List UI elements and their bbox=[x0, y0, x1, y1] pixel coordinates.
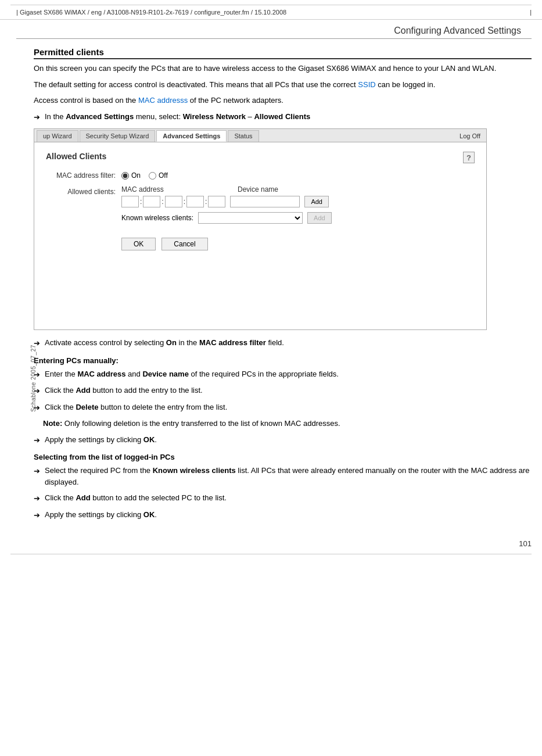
mac-filter-bold: MAC address filter bbox=[199, 338, 266, 347]
paragraph-3: Access control is based on the MAC addre… bbox=[34, 95, 532, 106]
ok-bold-2: OK bbox=[143, 510, 155, 519]
add-bold-2: Add bbox=[76, 493, 90, 502]
ssid-link[interactable]: SSID bbox=[358, 80, 375, 89]
known-clients-bold: Known wireless clients bbox=[153, 466, 236, 475]
mac-address-col-header: MAC address bbox=[121, 185, 226, 194]
allowed-clients-bold: Allowed Clients bbox=[254, 112, 310, 121]
tab-security-setup-wizard[interactable]: Security Setup Wizard bbox=[80, 130, 156, 142]
logoff-link[interactable]: Log Off bbox=[456, 131, 484, 141]
separator: | bbox=[530, 9, 532, 16]
device-name-bold: Device name bbox=[142, 370, 189, 378]
select-known-instruction: ➔ Select the required PC from the Known … bbox=[34, 465, 532, 488]
allowed-clients-row: Allowed clients: MAC address Device name… bbox=[46, 185, 475, 232]
tab-status[interactable]: Status bbox=[228, 130, 259, 142]
tab-advanced-settings[interactable]: Advanced Settings bbox=[156, 130, 227, 142]
device-name-field[interactable] bbox=[230, 196, 300, 207]
delete-bold: Delete bbox=[76, 403, 98, 411]
help-icon[interactable]: ? bbox=[463, 152, 475, 163]
mac-field-5[interactable] bbox=[208, 196, 225, 207]
radio-off-input[interactable] bbox=[149, 172, 156, 180]
note-text: Note: Only following deletion is the ent… bbox=[43, 418, 532, 429]
allowed-clients-header: Allowed Clients ? bbox=[46, 152, 475, 163]
advanced-settings-bold: Advanced Settings bbox=[66, 112, 134, 121]
paragraph-2: The default setting for access control i… bbox=[34, 79, 532, 91]
enter-mac-instruction: ➔ Enter the MAC address and Device name … bbox=[34, 368, 532, 381]
arrow-icon-7: ➔ bbox=[34, 465, 40, 477]
page-title: Configuring Advanced Settings bbox=[16, 20, 532, 39]
entering-pcs-title: Entering PCs manually: bbox=[34, 356, 532, 365]
selecting-pcs-title: Selecting from the list of logged-in PCs bbox=[34, 453, 532, 461]
ok-bold-1: OK bbox=[143, 435, 155, 444]
known-clients-row: Known wireless clients: Add bbox=[46, 212, 332, 224]
add-button-2[interactable]: Add bbox=[307, 212, 332, 224]
radio-on-input[interactable] bbox=[121, 172, 129, 180]
empty-space bbox=[46, 250, 475, 320]
radio-on-text: On bbox=[131, 171, 141, 180]
apply-ok-instruction-1: ➔ Apply the settings by clicking OK. bbox=[34, 434, 532, 446]
ok-cancel-row: OK Cancel bbox=[46, 238, 475, 250]
mac-device-area: MAC address Device name : : : bbox=[121, 185, 329, 207]
instruction-arrow-1: ➔ In the Advanced Settings menu, select:… bbox=[34, 111, 532, 123]
arrow-icon-8: ➔ bbox=[34, 493, 40, 504]
click-add-instruction-2: ➔ Click the Add button to add the select… bbox=[34, 492, 532, 504]
tab-setup-wizard[interactable]: up Wizard bbox=[37, 130, 78, 142]
allowed-clients-title: Allowed Clients bbox=[46, 152, 106, 161]
top-bar: | Gigaset SX686 WiMAX / eng / A31008-N91… bbox=[0, 5, 542, 20]
add-button-1[interactable]: Add bbox=[304, 196, 329, 207]
paragraph-1: On this screen you can specify the PCs t… bbox=[34, 63, 532, 74]
mac-device-headers: MAC address Device name bbox=[121, 185, 329, 194]
arrow-icon-9: ➔ bbox=[34, 510, 40, 521]
mac-input-row: : : : : Add bbox=[121, 196, 329, 207]
radio-off-text: Off bbox=[159, 171, 168, 180]
side-label: Schablone 2005_07_27 bbox=[30, 345, 37, 412]
ok-button[interactable]: OK bbox=[121, 238, 156, 250]
page-number: 101 bbox=[0, 533, 542, 554]
activate-instruction: ➔ Activate access control by selecting O… bbox=[34, 337, 532, 349]
cancel-button[interactable]: Cancel bbox=[161, 238, 207, 250]
known-clients-label: Known wireless clients: bbox=[121, 214, 193, 222]
device-name-col-header: Device name bbox=[238, 185, 325, 194]
allowed-clients-label: Allowed clients: bbox=[46, 185, 121, 196]
mac-filter-label: MAC address filter: bbox=[46, 171, 121, 180]
mac-address-link[interactable]: MAC addresss bbox=[138, 96, 188, 105]
radio-on-label[interactable]: On bbox=[121, 171, 141, 180]
screenshot-box: up Wizard Security Setup Wizard Advanced… bbox=[34, 128, 487, 330]
known-clients-select[interactable] bbox=[198, 212, 303, 224]
radio-off-label[interactable]: Off bbox=[149, 171, 168, 180]
mac-filter-row: MAC address filter: On Off bbox=[46, 171, 475, 180]
click-add-instruction: ➔ Click the Add button to add the entry … bbox=[34, 385, 532, 397]
breadcrumb: | Gigaset SX686 WiMAX / eng / A31008-N91… bbox=[16, 9, 286, 16]
mac-inputs: : : : : bbox=[121, 196, 225, 207]
on-bold: On bbox=[166, 338, 177, 347]
mac-field-1[interactable] bbox=[121, 196, 139, 207]
screenshot-tabs: up Wizard Security Setup Wizard Advanced… bbox=[34, 129, 486, 142]
wireless-network-bold: Wireless Network bbox=[183, 112, 246, 121]
mac-filter-radio-group: On Off bbox=[121, 171, 168, 180]
mac-address-bold: MAC address bbox=[77, 370, 125, 378]
arrow-icon-6: ➔ bbox=[34, 435, 40, 446]
apply-ok-instruction-2: ➔ Apply the settings by clicking OK. bbox=[34, 509, 532, 521]
screenshot-content: Allowed Clients ? MAC address filter: On… bbox=[34, 142, 486, 329]
mac-field-4[interactable] bbox=[186, 196, 204, 207]
arrow-icon: ➔ bbox=[34, 112, 40, 123]
mac-field-3[interactable] bbox=[165, 196, 182, 207]
click-delete-instruction: ➔ Click the Delete button to delete the … bbox=[34, 402, 532, 414]
add-bold: Add bbox=[76, 386, 90, 395]
mac-field-2[interactable] bbox=[143, 196, 160, 207]
section-title: Permitted clients bbox=[34, 47, 532, 59]
